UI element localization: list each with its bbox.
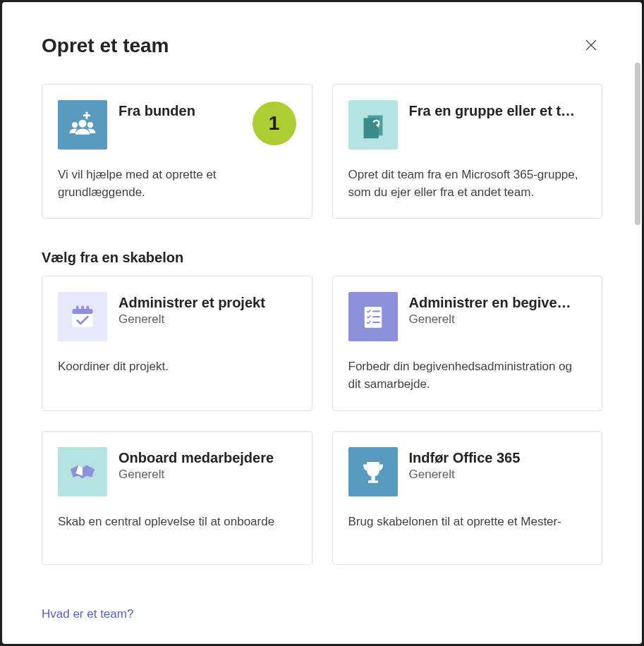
template-manage-project[interactable]: Administrer et projekt Generelt Koordine…: [42, 276, 312, 410]
import-group-icon: [348, 100, 398, 150]
option-from-scratch[interactable]: Fra bunden 1 Vi vil hjælpe med at oprett…: [42, 84, 312, 219]
card-title: Administrer en begive…: [409, 295, 587, 311]
template-adopt-office365[interactable]: Indfør Office 365 Generelt Brug skabelon…: [332, 431, 603, 565]
people-plus-icon: [58, 100, 107, 150]
svg-rect-13: [87, 306, 90, 312]
card-title: Fra en gruppe eller et t…: [409, 103, 587, 119]
trophy-icon: [348, 447, 398, 496]
dialog-title: Opret et team: [42, 35, 169, 57]
svg-rect-18: [371, 477, 375, 480]
card-subtitle: Generelt: [119, 312, 296, 327]
template-grid: Administrer et projekt Generelt Koordine…: [42, 276, 602, 564]
dialog-footer: Hvad er et team?: [2, 595, 642, 644]
svg-rect-19: [368, 480, 378, 483]
dialog-body: Fra bunden 1 Vi vil hjælpe med at oprett…: [2, 74, 642, 595]
step-badge: 1: [253, 102, 296, 145]
card-description: Forbedr din begivenhedsadministration og…: [348, 358, 587, 393]
card-title: Onboard medarbejdere: [119, 450, 296, 466]
card-title: Administrer et projekt: [119, 295, 296, 311]
calendar-check-icon: [58, 292, 107, 341]
option-from-group[interactable]: Fra en gruppe eller et t… Opret dit team…: [332, 84, 603, 219]
card-title: Indfør Office 365: [409, 450, 587, 466]
svg-rect-12: [81, 306, 84, 312]
card-description: Brug skabelonen til at oprette et Mester…: [348, 513, 587, 531]
close-icon: [585, 39, 597, 53]
scrollbar-thumb[interactable]: [635, 63, 640, 225]
card-description: Opret dit team fra en Microsoft 365-grup…: [348, 166, 587, 201]
svg-rect-3: [83, 114, 90, 116]
card-subtitle: Generelt: [119, 468, 296, 482]
card-subtitle: Generelt: [409, 312, 587, 327]
svg-rect-16: [372, 316, 380, 317]
checklist-icon: [348, 292, 398, 341]
template-manage-event[interactable]: Administrer en begive… Generelt Forbedr …: [332, 276, 603, 410]
svg-rect-11: [76, 306, 79, 312]
svg-point-5: [72, 122, 78, 128]
svg-point-4: [79, 120, 87, 128]
handshake-icon: [58, 447, 107, 496]
svg-point-6: [87, 122, 93, 128]
card-description: Skab en central oplevelse til at onboard…: [58, 513, 296, 531]
card-subtitle: Generelt: [409, 468, 587, 482]
top-options-grid: Fra bunden 1 Vi vil hjælpe med at oprett…: [42, 84, 602, 219]
svg-rect-15: [372, 311, 380, 312]
what-is-team-link[interactable]: Hvad er et team?: [42, 607, 133, 621]
svg-rect-17: [372, 322, 380, 323]
template-section-heading: Vælg fra en skabelon: [42, 250, 602, 266]
template-onboard-employees[interactable]: Onboard medarbejdere Generelt Skab en ce…: [42, 431, 312, 565]
dialog-header: Opret et team: [2, 2, 642, 74]
close-button[interactable]: [580, 35, 602, 57]
create-team-dialog: Opret et team: [2, 2, 642, 644]
card-description: Koordiner dit projekt.: [58, 358, 296, 376]
card-description: Vi vil hjælpe med at oprette et grundlæg…: [58, 166, 296, 201]
